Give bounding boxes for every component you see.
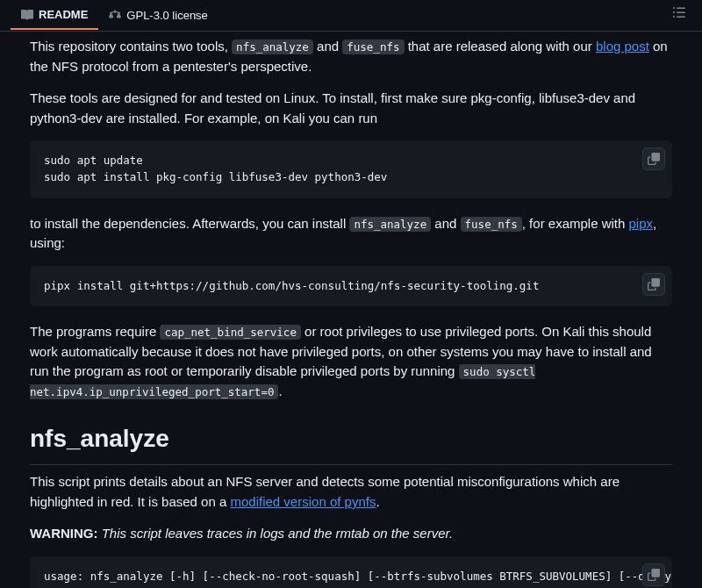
warning-label: WARNING: xyxy=(30,526,98,541)
book-icon xyxy=(21,9,33,21)
warning-text: This script leaves traces in logs and th… xyxy=(98,526,454,541)
nfs-analyze-description: This script prints details about an NFS … xyxy=(30,472,672,512)
privileges-paragraph: The programs require cap_net_bind_servic… xyxy=(30,322,672,401)
code-fuse-nfs: fuse_nfs xyxy=(461,217,522,232)
codeblock-apt: sudo apt update sudo apt install pkg-con… xyxy=(30,140,672,198)
outline-button[interactable] xyxy=(667,0,691,31)
copy-button[interactable] xyxy=(642,147,665,170)
copy-button[interactable] xyxy=(642,563,665,586)
codeblock-usage: usage: nfs_analyze [-h] [--check-no-root… xyxy=(30,556,672,588)
after-apt-paragraph: to install the dependencies. Afterwards,… xyxy=(30,214,672,254)
code-cap-net-bind: cap_net_bind_service xyxy=(160,325,301,340)
law-icon xyxy=(109,10,121,22)
intro-paragraph-1: This repository contains two tools, nfs_… xyxy=(30,37,672,76)
code-fuse-nfs: fuse_nfs xyxy=(342,39,404,54)
heading-nfs-analyze: nfs_analyze xyxy=(30,420,672,465)
tab-readme-label: README xyxy=(39,6,88,24)
code-nfs-analyze: nfs_analyze xyxy=(349,217,431,232)
tab-license-label: GPL-3.0 license xyxy=(126,7,208,25)
tab-license[interactable]: GPL-3.0 license xyxy=(98,2,218,30)
copy-icon xyxy=(648,569,660,581)
copy-button[interactable] xyxy=(642,273,665,296)
copy-icon xyxy=(648,278,660,290)
copy-icon xyxy=(648,153,660,165)
warning-paragraph: WARNING: This script leaves traces in lo… xyxy=(30,524,672,544)
code-nfs-analyze: nfs_analyze xyxy=(232,39,313,54)
link-pipx[interactable]: pipx xyxy=(629,216,654,231)
link-pynfs[interactable]: modified version of pynfs xyxy=(231,494,376,509)
readme-tabs: README GPL-3.0 license xyxy=(0,0,702,32)
intro-paragraph-2: These tools are designed for and tested … xyxy=(30,89,672,128)
tab-readme[interactable]: README xyxy=(11,1,98,31)
readme-content: This repository contains two tools, nfs_… xyxy=(0,32,702,588)
link-blog-post[interactable]: blog post xyxy=(596,39,649,54)
list-unordered-icon xyxy=(672,5,686,19)
codeblock-pipx: pipx install git+https://github.com/hvs-… xyxy=(30,266,672,307)
